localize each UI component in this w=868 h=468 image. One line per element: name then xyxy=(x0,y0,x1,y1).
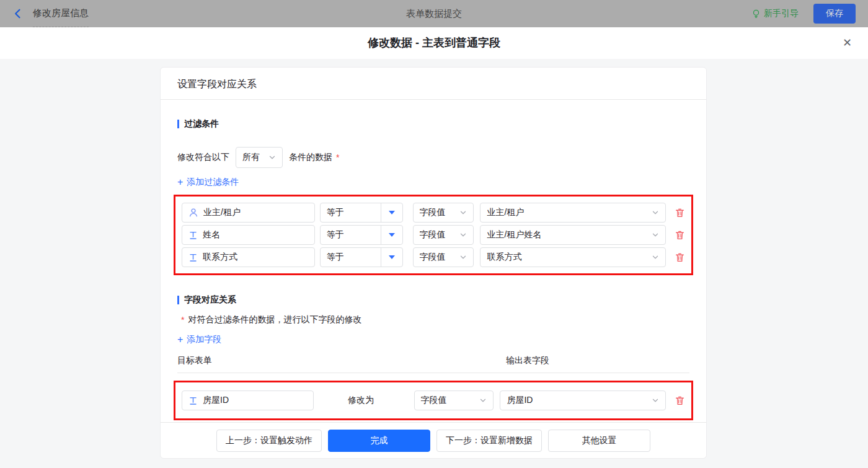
filter-field-input[interactable]: 姓名 xyxy=(182,225,315,245)
chevron-down-icon xyxy=(652,209,659,216)
section-marker-bar xyxy=(177,296,179,304)
mapping-row-highlight-box: 房屋ID 修改为 字段值 房屋ID xyxy=(174,381,693,420)
save-button[interactable]: 保存 xyxy=(813,4,856,24)
target-form-column-header: 目标表单 xyxy=(177,355,506,366)
section-marker-bar xyxy=(177,120,179,128)
value-type-select[interactable]: 字段值 xyxy=(414,391,494,410)
mapping-section-title: 字段对应关系 xyxy=(177,294,689,306)
match-mode-value: 所有 xyxy=(242,152,260,163)
operator-select[interactable]: 等于 xyxy=(320,225,403,245)
match-suffix-label: 条件的数据 xyxy=(289,152,332,163)
output-field-value: 房屋ID xyxy=(507,395,533,406)
mapping-row: 房屋ID 修改为 字段值 房屋ID xyxy=(182,391,685,410)
delete-row-button[interactable] xyxy=(675,395,685,406)
dialog-footer: 上一步：设置触发动作 完成 下一步：设置新增数据 其他设置 xyxy=(161,422,706,458)
compare-value: 业主/租户 xyxy=(487,207,524,218)
dialog-body: 设置字段对应关系 过滤条件 修改符合以下 所有 条件的数据 * + xyxy=(0,59,868,468)
add-field-label: 添加字段 xyxy=(187,334,221,345)
filter-field-value: 业主/租户 xyxy=(203,207,241,218)
other-settings-button[interactable]: 其他设置 xyxy=(548,430,650,452)
compare-value: 业主/租户姓名 xyxy=(487,229,541,241)
chevron-down-icon xyxy=(652,231,659,239)
compare-value: 联系方式 xyxy=(487,252,521,263)
match-mode-select[interactable]: 所有 xyxy=(236,147,283,168)
add-filter-condition-label: 添加过滤条件 xyxy=(187,177,239,188)
beginner-guide-link[interactable]: 新手引导 xyxy=(751,8,799,19)
next-step-button[interactable]: 下一步：设置新增数据 xyxy=(436,430,542,452)
match-prefix-label: 修改符合以下 xyxy=(177,152,229,163)
mapping-table-headers: 目标表单 输出表字段 xyxy=(177,355,689,373)
delete-row-button[interactable] xyxy=(675,252,685,263)
card-title: 设置字段对应关系 xyxy=(161,68,706,100)
value-type-select[interactable]: 字段值 xyxy=(413,247,474,267)
done-button[interactable]: 完成 xyxy=(328,430,430,452)
filter-row: 姓名 等于 字段值 业主/租户姓名 xyxy=(182,225,685,245)
settings-card: 设置字段对应关系 过滤条件 修改符合以下 所有 条件的数据 * + xyxy=(160,67,707,459)
match-condition-row: 修改符合以下 所有 条件的数据 * xyxy=(177,147,689,168)
filter-section-label: 过滤条件 xyxy=(184,118,219,130)
workflow-title: 修改房屋信息 xyxy=(33,1,89,27)
required-asterisk: * xyxy=(181,315,184,325)
filter-field-input[interactable]: 联系方式 xyxy=(182,247,315,267)
operator-value: 等于 xyxy=(321,207,381,218)
text-field-icon xyxy=(188,396,198,405)
target-field-input[interactable]: 房屋ID xyxy=(182,391,314,410)
compare-value-select[interactable]: 业主/租户姓名 xyxy=(480,225,666,245)
mapping-section-label: 字段对应关系 xyxy=(184,294,236,306)
mapping-description-text: 对符合过滤条件的数据，进行以下字段的修改 xyxy=(188,314,361,325)
plus-icon: + xyxy=(177,177,183,187)
text-field-icon xyxy=(188,231,198,240)
back-chevron-icon xyxy=(12,8,24,19)
delete-row-button[interactable] xyxy=(675,230,685,241)
value-type-select[interactable]: 字段值 xyxy=(413,225,474,245)
dialog-header: 修改数据 - 主表到普通字段 ✕ xyxy=(0,27,868,59)
filter-row: 联系方式 等于 字段值 联系方式 xyxy=(182,247,685,267)
value-type-select[interactable]: 字段值 xyxy=(413,203,474,223)
user-icon xyxy=(188,208,198,218)
top-bar: 修改房屋信息 表单数据提交 新手引导 保存 xyxy=(0,0,868,27)
filter-field-value: 姓名 xyxy=(203,229,220,241)
topbar-node-title: 表单数据提交 xyxy=(0,8,868,20)
filter-rows-highlight-box: 业主/租户 等于 字段值 业主/租户 xyxy=(174,195,693,275)
filter-field-value: 联系方式 xyxy=(203,252,237,263)
chevron-down-icon xyxy=(268,154,276,161)
trash-icon xyxy=(675,395,685,406)
operator-select[interactable]: 等于 xyxy=(320,247,403,267)
output-field-select[interactable]: 房屋ID xyxy=(500,391,666,410)
back-button[interactable] xyxy=(12,8,24,19)
compare-value-select[interactable]: 业主/租户 xyxy=(480,203,666,223)
value-type-value: 字段值 xyxy=(420,229,446,241)
value-type-value: 字段值 xyxy=(421,395,447,406)
filter-section-title: 过滤条件 xyxy=(177,118,689,130)
chevron-down-icon xyxy=(459,209,467,216)
delete-row-button[interactable] xyxy=(675,208,685,218)
plus-icon: + xyxy=(177,335,183,345)
add-filter-condition-link[interactable]: + 添加过滤条件 xyxy=(177,177,239,188)
topbar-left: 修改房屋信息 xyxy=(12,1,89,27)
operator-select[interactable]: 等于 xyxy=(320,203,403,223)
chevron-down-icon xyxy=(652,254,659,261)
chevron-down-icon xyxy=(652,397,659,404)
caret-down-icon xyxy=(381,203,402,222)
topbar-right: 新手引导 保存 xyxy=(751,4,856,24)
compare-value-select[interactable]: 联系方式 xyxy=(480,247,666,267)
value-type-value: 字段值 xyxy=(420,252,446,263)
chevron-down-icon xyxy=(459,231,467,239)
operator-value: 等于 xyxy=(321,229,381,241)
trash-icon xyxy=(675,252,685,263)
target-field-value: 房屋ID xyxy=(203,395,229,406)
beginner-guide-label: 新手引导 xyxy=(764,8,799,19)
mapping-description: * 对符合过滤条件的数据，进行以下字段的修改 xyxy=(177,314,689,325)
prev-step-button[interactable]: 上一步：设置触发动作 xyxy=(216,430,322,452)
caret-down-icon xyxy=(381,248,402,267)
required-asterisk: * xyxy=(336,152,339,162)
operator-value: 等于 xyxy=(321,252,381,263)
card-body: 过滤条件 修改符合以下 所有 条件的数据 * + 添加过滤条件 xyxy=(161,118,706,420)
dialog-title: 修改数据 - 主表到普通字段 xyxy=(0,27,868,59)
output-field-column-header: 输出表字段 xyxy=(506,355,549,366)
close-icon[interactable]: ✕ xyxy=(843,27,852,59)
add-field-link[interactable]: + 添加字段 xyxy=(177,334,221,345)
value-type-value: 字段值 xyxy=(420,207,446,218)
text-field-icon xyxy=(188,253,198,262)
filter-field-input[interactable]: 业主/租户 xyxy=(182,203,315,223)
